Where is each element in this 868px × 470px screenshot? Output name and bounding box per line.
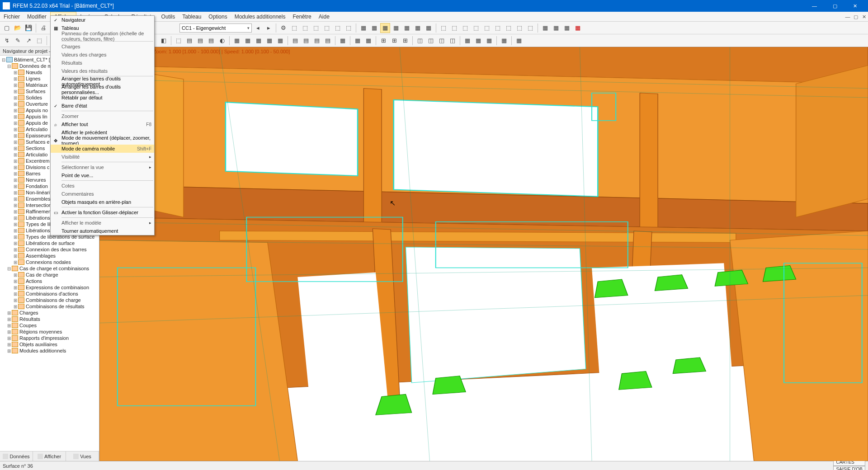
disp-2[interactable]: ▦	[551, 23, 561, 33]
tree-node[interactable]: ⊞Connexion des deux barres	[0, 246, 99, 253]
tb-c[interactable]: ⬚	[311, 23, 321, 33]
tree-node[interactable]: ⊞Rapports d'impression	[0, 335, 99, 341]
t2-j[interactable]: ▦	[264, 36, 274, 46]
t2-2[interactable]: ✎	[13, 36, 23, 46]
menuitem[interactable]: ⌕Afficher toutF8	[51, 120, 154, 128]
tree-node[interactable]: ⊞Régions moyennes	[0, 329, 99, 335]
menuitem[interactable]: Arranger les barres d'outils personnalis…	[51, 85, 154, 94]
loadcase-combo[interactable]: CC1 - Eigengewicht ▾	[179, 24, 252, 33]
tree-node[interactable]: ⊞Assemblages	[0, 253, 99, 259]
tree-node[interactable]: ⊞Charges	[0, 310, 99, 316]
tree-node[interactable]: ⊞Coupes	[0, 322, 99, 329]
tree-node[interactable]: ⊞Cas de charge	[0, 272, 99, 278]
t2-ad[interactable]: ▦	[514, 36, 524, 46]
t2-m[interactable]: ▤	[301, 36, 311, 46]
t2-q[interactable]: ▦	[353, 36, 363, 46]
lc-next[interactable]: ▸	[264, 23, 274, 33]
nav-tab-données[interactable]: Données	[0, 451, 33, 461]
t2-y[interactable]: ◫	[448, 36, 458, 46]
sel-8[interactable]: ⬚	[514, 23, 524, 33]
status-btn-saisie d'ob[interactable]: SAISIE D'OB	[833, 466, 865, 470]
menuitem[interactable]: Rétablir par défaut	[51, 94, 154, 102]
mdi-btn[interactable]: ▢	[852, 12, 860, 21]
t2-v[interactable]: ◫	[415, 36, 425, 46]
tb-f[interactable]: ⬚	[344, 23, 354, 33]
tree-node[interactable]: ⊞Résultats	[0, 316, 99, 322]
tree-node[interactable]: ⊞Expressions de combinaison	[0, 284, 99, 291]
new-button[interactable]: ▢	[2, 23, 12, 33]
t2-aa[interactable]: ▦	[473, 36, 483, 46]
tree-node[interactable]: ⊞Objets auxiliaires	[0, 341, 99, 348]
t2-r[interactable]: ▦	[363, 36, 373, 46]
menu-modules additionnels[interactable]: Modules additionnels	[231, 12, 289, 21]
view-1[interactable]: ▦	[359, 23, 368, 33]
menuitem[interactable]: Mode de caméra mobileShift+F	[51, 145, 154, 153]
tree-node[interactable]: ⊞Combinaisons de charge	[0, 297, 99, 303]
t2-s[interactable]: ⊞	[378, 36, 388, 46]
tree-node[interactable]: ⊞Actions	[0, 278, 99, 284]
t2-f[interactable]: ◐	[217, 36, 227, 46]
menuitem[interactable]: Point de vue...	[51, 171, 154, 179]
t2-o[interactable]: ▤	[323, 36, 333, 46]
tree-node[interactable]: ⊞Combinaisons d'actions	[0, 291, 99, 297]
disp-1[interactable]: ▦	[540, 23, 550, 33]
menu-fichier[interactable]: Fichier	[0, 12, 24, 21]
nav-tab-afficher[interactable]: Afficher	[33, 451, 66, 461]
t2-g[interactable]: ▦	[232, 36, 242, 46]
view-7[interactable]: ▦	[424, 23, 434, 33]
t2-b[interactable]: ⬚	[174, 36, 184, 46]
lc-prev[interactable]: ◂	[253, 23, 263, 33]
t2-a[interactable]: ◧	[159, 36, 169, 46]
t2-n[interactable]: ▤	[312, 36, 322, 46]
t2-i[interactable]: ▦	[254, 36, 264, 46]
t2-w[interactable]: ◫	[426, 36, 436, 46]
afficher-menu[interactable]: ✓Navigateur▦TableauPanneau de configurat…	[50, 15, 155, 235]
tb-a[interactable]: ⬚	[289, 23, 299, 33]
tree-node[interactable]: ⊟Cas de charge et combinaisons	[0, 265, 99, 272]
sel-6[interactable]: ⬚	[493, 23, 503, 33]
menu-modifier[interactable]: Modifier	[24, 12, 50, 21]
save-button[interactable]: 💾	[24, 23, 33, 33]
t2-c[interactable]: ▤	[184, 36, 194, 46]
menu-aide[interactable]: Aide	[315, 12, 333, 21]
calc-button[interactable]: ⚙	[278, 23, 288, 33]
t2-h[interactable]: ▦	[243, 36, 253, 46]
maximize-button[interactable]: ▢	[825, 0, 845, 12]
t2-ac[interactable]: ▦	[499, 36, 509, 46]
menuitem[interactable]: ✓Barre d'état	[51, 102, 154, 110]
view-2[interactable]: ▦	[369, 23, 379, 33]
menuitem[interactable]: ▭Activer la fonction Glisser-déplacer	[51, 208, 154, 216]
sel-9[interactable]: ⬚	[525, 23, 535, 33]
disp-3[interactable]: ▦	[562, 23, 572, 33]
sel-2[interactable]: ⬚	[449, 23, 459, 33]
t2-3[interactable]: ↗	[24, 36, 33, 46]
t2-4[interactable]: ⬚	[34, 36, 44, 46]
view-5[interactable]: ▦	[402, 23, 412, 33]
tree-node[interactable]: ⊞Modules additionnels	[0, 348, 99, 354]
menuitem[interactable]: ✓Navigateur	[51, 16, 154, 24]
sel-7[interactable]: ⬚	[504, 23, 514, 33]
t2-p[interactable]: ▦	[338, 36, 348, 46]
mdi-btn[interactable]: ✕	[860, 12, 868, 21]
t2-e[interactable]: ▤	[206, 36, 216, 46]
t2-k[interactable]: ▦	[275, 36, 285, 46]
tree-node[interactable]: ⊞Combinaisons de résultats	[0, 303, 99, 310]
viewport-3d[interactable]: 2.206, -1.660, -5.434) | Zoom: 1.000 [1.…	[99, 47, 868, 461]
t2-l[interactable]: ▤	[290, 36, 300, 46]
menu-tableau[interactable]: Tableau	[179, 12, 205, 21]
t2-t[interactable]: ⊞	[389, 36, 399, 46]
t2-x[interactable]: ◫	[437, 36, 447, 46]
view-3[interactable]: ▦	[380, 23, 390, 33]
sel-4[interactable]: ⬚	[471, 23, 481, 33]
menuitem[interactable]: ✥Mode de mouvement (déplacer, zoomer, to…	[51, 136, 154, 145]
minimize-button[interactable]: —	[804, 0, 825, 12]
open-button[interactable]: 📂	[13, 23, 23, 33]
t2-u[interactable]: ⊞	[400, 36, 410, 46]
disp-4[interactable]: ▦	[573, 23, 583, 33]
sel-1[interactable]: ⬚	[439, 23, 448, 33]
tb-e[interactable]: ⬚	[333, 23, 343, 33]
menu-outils[interactable]: Outils	[158, 12, 179, 21]
sel-5[interactable]: ⬚	[482, 23, 492, 33]
t2-d[interactable]: ▤	[195, 36, 205, 46]
close-button[interactable]: ✕	[845, 0, 865, 12]
